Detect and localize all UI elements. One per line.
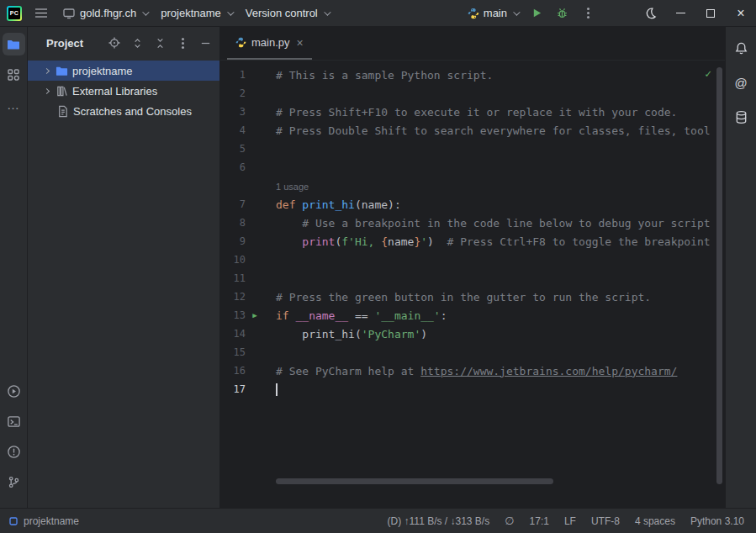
locate-file-button[interactable] bbox=[107, 35, 122, 50]
code-lines: 1# This is a sample Python script.23# Pr… bbox=[220, 66, 725, 398]
hide-panel-button[interactable] bbox=[198, 35, 213, 50]
code-line[interactable]: 15 bbox=[220, 343, 725, 361]
project-status-icon bbox=[8, 516, 19, 526]
target-icon bbox=[108, 36, 121, 50]
line-number[interactable]: 10 bbox=[220, 254, 246, 266]
code-text: # Press Shift+F10 to execute it or repla… bbox=[264, 106, 677, 119]
tab-options-button[interactable] bbox=[703, 37, 713, 50]
project-status-label: projektname bbox=[24, 515, 79, 527]
code-line[interactable]: 8 # Use a breakpoint in the code line be… bbox=[220, 214, 725, 232]
library-icon bbox=[56, 85, 68, 98]
code-text: # Press the green button in the gutter t… bbox=[264, 291, 651, 303]
highlighting-off-icon[interactable]: ∅ bbox=[505, 515, 514, 527]
tree-item-external-libraries[interactable]: External Libraries bbox=[28, 81, 219, 101]
line-number[interactable]: 2 bbox=[220, 87, 246, 99]
encoding-widget[interactable]: UTF-8 bbox=[591, 515, 620, 527]
code-line[interactable]: 10 bbox=[220, 251, 725, 269]
line-number[interactable]: 1 bbox=[220, 69, 246, 81]
code-line[interactable]: 2 bbox=[220, 84, 725, 103]
project-panel: Project projektname Ex bbox=[28, 27, 220, 508]
tab-main-py[interactable]: main.py × bbox=[227, 27, 312, 60]
project-selector[interactable]: projektname bbox=[154, 0, 239, 27]
more-tools-button[interactable]: … bbox=[3, 93, 25, 116]
database-icon bbox=[734, 110, 748, 124]
tab-close-icon[interactable]: × bbox=[297, 37, 304, 49]
tree-item-scratches[interactable]: Scratches and Consoles bbox=[28, 101, 219, 121]
vcs-selector[interactable]: Version control bbox=[239, 0, 336, 27]
folder-icon bbox=[7, 38, 20, 51]
interpreter-widget[interactable]: Python 3.10 bbox=[690, 515, 744, 527]
titlebar-more-button[interactable] bbox=[575, 0, 601, 27]
expand-all-button[interactable] bbox=[130, 35, 145, 50]
debug-button[interactable] bbox=[549, 0, 575, 27]
problems-tool-button[interactable] bbox=[3, 441, 25, 463]
inspections-check-icon[interactable]: ✓ bbox=[705, 67, 711, 80]
run-button[interactable] bbox=[525, 0, 549, 27]
structure-tool-button[interactable] bbox=[3, 63, 25, 86]
line-number[interactable]: 9 bbox=[220, 235, 246, 247]
code-line[interactable]: 4# Press Double Shift to search everywhe… bbox=[220, 121, 725, 140]
notifications-button[interactable] bbox=[730, 37, 753, 60]
caret-position-widget[interactable]: 17:1 bbox=[530, 515, 549, 527]
network-widget[interactable]: (D) ↑111 B/s / ↓313 B/s bbox=[388, 515, 490, 527]
maximize-button[interactable] bbox=[695, 0, 726, 27]
editor-area: main.py × 1# This is a sample Python scr… bbox=[220, 27, 725, 508]
collapse-icon bbox=[154, 37, 167, 50]
code-text: print(f'Hi, {name}') # Press Ctrl+F8 to … bbox=[264, 235, 711, 248]
moon-button[interactable] bbox=[635, 0, 665, 27]
line-number[interactable]: 4 bbox=[220, 124, 246, 136]
code-line[interactable]: 13▶if __name__ == '__main__': bbox=[220, 306, 725, 325]
close-button[interactable]: × bbox=[726, 0, 756, 27]
code-line[interactable]: 16# See PyCharm help at https://www.jetb… bbox=[220, 361, 725, 380]
line-number[interactable]: 7 bbox=[220, 198, 246, 210]
code-line[interactable]: 17 bbox=[220, 380, 725, 398]
code-line[interactable]: 14 print_hi('PyCharm') bbox=[220, 325, 725, 343]
line-number[interactable]: 6 bbox=[220, 161, 246, 173]
terminal-tool-button[interactable] bbox=[3, 410, 25, 433]
vcs-tool-button[interactable] bbox=[3, 471, 25, 493]
remote-host-selector[interactable]: gold.fhgr.ch bbox=[56, 0, 154, 27]
chevron-right-icon bbox=[44, 67, 50, 73]
line-number[interactable]: 16 bbox=[220, 365, 246, 377]
vertical-scrollbar[interactable] bbox=[716, 67, 722, 484]
project-tool-button[interactable] bbox=[3, 33, 25, 55]
line-number[interactable]: 8 bbox=[220, 217, 246, 229]
run-config-selector[interactable]: main bbox=[461, 0, 525, 27]
collapse-all-button[interactable] bbox=[152, 35, 167, 50]
line-number[interactable]: 15 bbox=[220, 346, 246, 358]
code-line[interactable]: 6 bbox=[220, 158, 725, 177]
code-text: 1 usage bbox=[264, 180, 309, 193]
database-button[interactable] bbox=[730, 106, 753, 129]
code-line[interactable]: 7def print_hi(name): bbox=[220, 195, 725, 214]
indent-widget[interactable]: 4 spaces bbox=[635, 515, 675, 527]
line-number[interactable]: 5 bbox=[220, 143, 246, 155]
run-tool-button[interactable] bbox=[3, 380, 25, 403]
code-editor[interactable]: 1# This is a sample Python script.23# Pr… bbox=[220, 61, 725, 508]
line-number[interactable]: 13 bbox=[220, 309, 246, 321]
ai-assistant-button[interactable]: @ bbox=[730, 71, 753, 94]
main-menu-button[interactable] bbox=[27, 0, 56, 27]
line-number[interactable]: 14 bbox=[220, 328, 246, 340]
code-line[interactable]: 1# This is a sample Python script. bbox=[220, 66, 725, 84]
line-number[interactable]: 3 bbox=[220, 106, 246, 118]
project-status-widget[interactable]: projektname bbox=[8, 515, 79, 527]
code-line[interactable]: 1 usage bbox=[220, 177, 725, 195]
line-number[interactable]: 12 bbox=[220, 291, 246, 303]
ai-assistant-icon: @ bbox=[734, 76, 747, 90]
horizontal-scrollbar[interactable] bbox=[276, 478, 553, 484]
minimize-button[interactable] bbox=[665, 0, 695, 27]
line-number[interactable]: 11 bbox=[220, 272, 246, 284]
line-number[interactable]: 17 bbox=[220, 383, 246, 395]
tree-item-projektname[interactable]: projektname bbox=[28, 61, 219, 81]
code-line[interactable]: 5 bbox=[220, 140, 725, 158]
code-line[interactable]: 12# Press the green button in the gutter… bbox=[220, 288, 725, 306]
structure-icon bbox=[7, 68, 20, 82]
code-line[interactable]: 11 bbox=[220, 269, 725, 288]
code-line[interactable]: 3# Press Shift+F10 to execute it or repl… bbox=[220, 103, 725, 121]
line-separator-widget[interactable]: LF bbox=[564, 515, 576, 527]
moon-icon bbox=[644, 7, 657, 19]
close-icon: × bbox=[737, 7, 744, 20]
code-line[interactable]: 9 print(f'Hi, {name}') # Press Ctrl+F8 t… bbox=[220, 232, 725, 251]
panel-options-button[interactable] bbox=[175, 35, 190, 50]
gutter-run-icon[interactable]: ▶ bbox=[246, 311, 264, 319]
